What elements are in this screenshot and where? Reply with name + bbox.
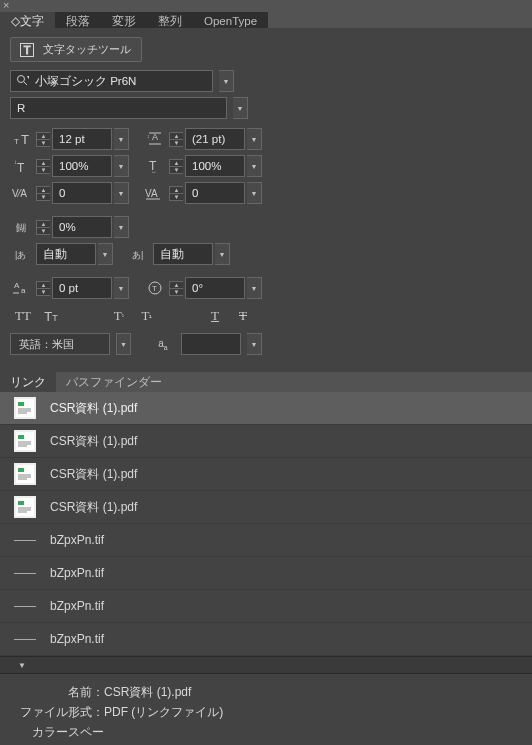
leading-dropdown[interactable]: ▼	[247, 128, 262, 150]
aki-right-input[interactable]	[153, 243, 213, 265]
svg-rect-31	[16, 432, 34, 450]
svg-text:A: A	[14, 281, 20, 290]
link-filename: bZpxPn.tif	[50, 599, 104, 613]
tab-label: 文字	[20, 14, 44, 29]
font-style-dropdown[interactable]: ▼	[233, 97, 248, 119]
link-row[interactable]: CSR資料 (1).pdf	[0, 392, 532, 425]
baseline-shift-field: Aa ▲▼ ▼	[10, 277, 129, 299]
hscale-input[interactable]	[185, 155, 245, 177]
link-row[interactable]: bZpxPn.tif	[0, 557, 532, 590]
tab-paragraph[interactable]: 段落	[55, 11, 101, 28]
tracking-spinner[interactable]: ▲▼	[169, 186, 183, 201]
svg-text:VA: VA	[145, 188, 158, 199]
panel-tabs: ◇文字 段落 変形 整列 OpenType	[0, 11, 532, 28]
font-family-input[interactable]	[10, 70, 213, 92]
aki-left-input[interactable]	[36, 243, 96, 265]
strikethrough-button[interactable]: T	[232, 307, 254, 325]
smallcaps-button[interactable]: TT	[40, 307, 62, 325]
info-format-value: PDF (リンクファイル)	[104, 705, 223, 719]
link-thumbnail	[14, 430, 36, 452]
link-row[interactable]: CSR資料 (1).pdf	[0, 425, 532, 458]
char-rotation-spinner[interactable]: ▲▼	[169, 281, 183, 296]
vscale-field: T↕ ▲▼ ▼	[10, 155, 129, 177]
info-name-label: 名前：	[14, 682, 104, 702]
tab-align[interactable]: 整列	[147, 11, 193, 28]
link-row[interactable]: bZpxPn.tif	[0, 524, 532, 557]
svg-rect-32	[18, 435, 24, 439]
font-size-dropdown[interactable]: ▼	[114, 128, 129, 150]
char-rotation-dropdown[interactable]: ▼	[247, 277, 262, 299]
subscript-button[interactable]: T₁	[136, 307, 158, 325]
antialias-dropdown[interactable]: ▼	[247, 333, 262, 355]
baseline-shift-dropdown[interactable]: ▼	[114, 277, 129, 299]
antialias-input[interactable]	[181, 333, 241, 355]
svg-text:V⁄A: V⁄A	[12, 188, 27, 199]
language-value: 英語：米国	[19, 337, 74, 352]
link-row[interactable]: bZpxPn.tif	[0, 623, 532, 656]
svg-text:T: T	[152, 284, 157, 293]
aki-left-dropdown[interactable]: ▼	[98, 243, 113, 265]
vscale-input[interactable]	[52, 155, 112, 177]
svg-rect-36	[16, 465, 34, 483]
close-icon[interactable]: ×	[3, 0, 9, 11]
tab-opentype[interactable]: OpenType	[193, 11, 268, 28]
tracking-dropdown[interactable]: ▼	[247, 182, 262, 204]
link-filename: CSR資料 (1).pdf	[50, 400, 137, 417]
chevron-down-icon: ▼	[18, 661, 26, 670]
svg-rect-42	[18, 501, 24, 505]
baseline-shift-input[interactable]	[52, 277, 112, 299]
tracking-input[interactable]	[185, 182, 245, 204]
baseline-shift-spinner[interactable]: ▲▼	[36, 281, 50, 296]
tsume-dropdown[interactable]: ▼	[114, 216, 129, 238]
info-colorspace-label: カラースペース：	[14, 722, 104, 745]
kerning-dropdown[interactable]: ▼	[114, 182, 129, 204]
leading-input[interactable]	[185, 128, 245, 150]
svg-text:餬: 餬	[16, 222, 26, 233]
info-name-value: CSR資料 (1).pdf	[104, 685, 191, 699]
info-format-label: ファイル形式：	[14, 702, 104, 722]
kerning-spinner[interactable]: ▲▼	[36, 186, 50, 201]
underline-button[interactable]: T	[204, 307, 226, 325]
char-rotation-input[interactable]	[185, 277, 245, 299]
font-size-spinner[interactable]: ▲▼	[36, 132, 50, 147]
tab-character[interactable]: ◇文字	[0, 11, 55, 28]
links-panel-tabs: リンク パスファインダー	[0, 372, 532, 392]
link-row[interactable]: CSR資料 (1).pdf	[0, 491, 532, 524]
baseline-shift-icon: Aa	[10, 277, 34, 299]
language-select[interactable]: 英語：米国	[10, 333, 110, 355]
link-filename: CSR資料 (1).pdf	[50, 466, 137, 483]
font-size-input[interactable]	[52, 128, 112, 150]
leading-spinner[interactable]: ▲▼	[169, 132, 183, 147]
link-row[interactable]: bZpxPn.tif	[0, 590, 532, 623]
link-thumbnail	[14, 496, 36, 518]
svg-rect-37	[18, 468, 24, 472]
font-family-row: ▾ ▼	[10, 70, 522, 92]
superscript-button[interactable]: T¹	[108, 307, 130, 325]
tsume-spinner[interactable]: ▲▼	[36, 220, 50, 235]
aki-right-dropdown[interactable]: ▼	[215, 243, 230, 265]
link-info-panel: 名前：CSR資料 (1).pdf ファイル形式：PDF (リンクファイル) カラ…	[0, 674, 532, 745]
tab-links[interactable]: リンク	[0, 372, 56, 392]
tsume-input[interactable]	[52, 216, 112, 238]
link-thumbnail	[14, 529, 36, 551]
font-family-dropdown[interactable]: ▼	[219, 70, 234, 92]
language-dropdown[interactable]: ▼	[116, 333, 131, 355]
tsume-field: 餬 ▲▼ ▼	[10, 216, 522, 238]
link-row[interactable]: CSR資料 (1).pdf	[0, 458, 532, 491]
font-style-input[interactable]	[10, 97, 227, 119]
allcaps-button[interactable]: TT	[12, 307, 34, 325]
svg-text:a: a	[21, 286, 26, 295]
vscale-dropdown[interactable]: ▼	[114, 155, 129, 177]
tab-transform[interactable]: 変形	[101, 11, 147, 28]
font-size-field: TT ▲▼ ▼	[10, 128, 129, 150]
hscale-spinner[interactable]: ▲▼	[169, 159, 183, 174]
aki-left-icon: |あ	[10, 243, 34, 265]
hscale-dropdown[interactable]: ▼	[247, 155, 262, 177]
vscale-spinner[interactable]: ▲▼	[36, 159, 50, 174]
svg-text:T: T	[21, 132, 29, 147]
kerning-input[interactable]	[52, 182, 112, 204]
touch-type-tool-button[interactable]: T 文字タッチツール	[10, 37, 142, 62]
tab-pathfinder[interactable]: パスファインダー	[56, 372, 172, 392]
link-info-toggle[interactable]: ▼	[0, 656, 532, 674]
vertical-scale-icon: T↕	[10, 155, 34, 177]
